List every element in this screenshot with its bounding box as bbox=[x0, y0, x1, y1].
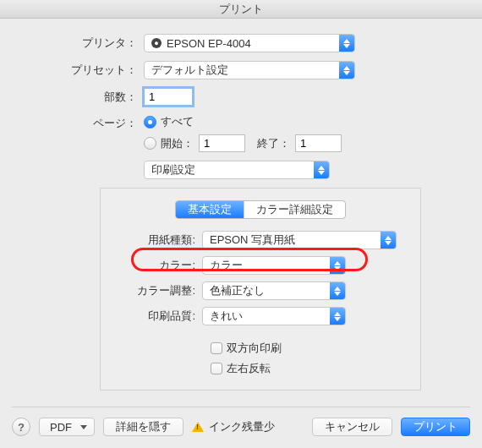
color-adjust-select[interactable]: 色補正なし bbox=[202, 281, 346, 300]
printer-value: EPSON EP-4004 bbox=[167, 37, 251, 50]
print-settings-panel: 基本設定 カラー詳細設定 用紙種類: EPSON 写真用紙 カラー: カラー bbox=[100, 188, 421, 391]
warning-icon bbox=[192, 422, 204, 432]
chevrons-icon bbox=[330, 257, 345, 274]
tab-color-advanced[interactable]: カラー詳細設定 bbox=[244, 201, 345, 218]
svg-marker-5 bbox=[318, 171, 325, 175]
radio-unchecked-icon bbox=[144, 137, 156, 150]
mirror-checkbox[interactable]: 左右反転 bbox=[211, 361, 271, 376]
preset-select[interactable]: デフォルト設定 bbox=[144, 61, 355, 79]
color-adjust-label: カラー調整: bbox=[101, 283, 202, 298]
chevrons-icon bbox=[314, 161, 329, 178]
paper-type-label: 用紙種類: bbox=[101, 232, 202, 248]
help-button[interactable]: ? bbox=[12, 418, 30, 436]
chevrons-icon bbox=[330, 308, 345, 325]
tab-group: 基本設定 カラー詳細設定 bbox=[175, 200, 346, 219]
hide-details-button[interactable]: 詳細を隠す bbox=[103, 418, 183, 436]
checkbox-unchecked-icon bbox=[211, 342, 222, 354]
pages-to-input[interactable] bbox=[295, 134, 342, 152]
preset-label: プリセット： bbox=[17, 63, 144, 78]
pages-from-label: 開始： bbox=[161, 136, 194, 151]
pages-range-radio[interactable]: 開始： bbox=[144, 136, 194, 151]
svg-marker-9 bbox=[334, 266, 341, 270]
pages-from-input[interactable] bbox=[199, 134, 245, 152]
quality-value: きれい bbox=[203, 309, 330, 324]
bidirectional-checkbox[interactable]: 双方向印刷 bbox=[211, 341, 282, 356]
cancel-label: キャンセル bbox=[325, 419, 380, 434]
tab-basic[interactable]: 基本設定 bbox=[176, 201, 244, 218]
pdf-label: PDF bbox=[50, 421, 72, 434]
mirror-label: 左右反転 bbox=[227, 361, 271, 376]
svg-marker-10 bbox=[334, 287, 341, 291]
quality-select[interactable]: きれい bbox=[202, 307, 346, 325]
svg-marker-2 bbox=[343, 66, 350, 70]
chevrons-icon bbox=[330, 282, 345, 299]
svg-marker-1 bbox=[343, 44, 350, 48]
cancel-button[interactable]: キャンセル bbox=[312, 418, 392, 436]
pdf-menu-button[interactable]: PDF bbox=[39, 418, 95, 436]
svg-marker-4 bbox=[318, 166, 325, 170]
window-titlebar: プリント bbox=[0, 0, 482, 19]
paper-type-value: EPSON 写真用紙 bbox=[203, 232, 381, 248]
svg-marker-6 bbox=[385, 236, 392, 240]
printer-label: プリンタ： bbox=[17, 36, 144, 51]
chevrons-icon bbox=[339, 62, 354, 79]
copies-label: 部数： bbox=[17, 90, 144, 105]
chevrons-icon bbox=[381, 232, 396, 249]
svg-marker-7 bbox=[385, 241, 392, 245]
radio-checked-icon bbox=[144, 116, 156, 128]
color-adjust-value: 色補正なし bbox=[203, 283, 330, 298]
checkbox-unchecked-icon bbox=[211, 363, 222, 374]
section-select[interactable]: 印刷設定 bbox=[144, 161, 330, 179]
window-title: プリント bbox=[219, 3, 263, 15]
dialog-body: プリンタ： ● EPSON EP-4004 プリセット： デフォルト設定 部数：… bbox=[0, 19, 482, 391]
pages-all-label: すべて bbox=[161, 114, 194, 129]
paper-type-select[interactable]: EPSON 写真用紙 bbox=[202, 231, 397, 249]
pages-label: ページ： bbox=[17, 114, 144, 131]
hide-details-label: 詳細を隠す bbox=[116, 419, 171, 434]
color-select[interactable]: カラー bbox=[202, 256, 346, 275]
svg-marker-12 bbox=[334, 312, 341, 316]
color-label: カラー: bbox=[101, 258, 202, 273]
chevrons-icon bbox=[339, 35, 354, 52]
copies-input[interactable] bbox=[144, 88, 193, 106]
ink-low-status: インク残量少 bbox=[192, 419, 275, 434]
pages-to-label: 終了： bbox=[257, 136, 290, 151]
ink-low-label: インク残量少 bbox=[209, 419, 275, 434]
svg-marker-11 bbox=[334, 292, 341, 296]
svg-marker-3 bbox=[343, 71, 350, 75]
preset-value: デフォルト設定 bbox=[145, 63, 339, 78]
svg-marker-8 bbox=[334, 261, 341, 265]
pages-all-radio[interactable]: すべて bbox=[144, 114, 342, 129]
section-value: 印刷設定 bbox=[145, 162, 314, 178]
print-button[interactable]: プリント bbox=[401, 418, 470, 436]
svg-marker-0 bbox=[343, 39, 350, 43]
svg-marker-14 bbox=[80, 425, 87, 429]
print-label: プリント bbox=[414, 419, 457, 434]
quality-label: 印刷品質: bbox=[101, 309, 202, 324]
bidirectional-label: 双方向印刷 bbox=[227, 341, 282, 356]
printer-status-icon: ● bbox=[151, 38, 162, 48]
color-value: カラー bbox=[203, 258, 330, 273]
footer: ? PDF 詳細を隠す インク残量少 キャンセル プリント bbox=[0, 407, 482, 448]
svg-marker-13 bbox=[334, 317, 341, 321]
chevron-down-icon bbox=[80, 425, 87, 429]
printer-select[interactable]: ● EPSON EP-4004 bbox=[144, 34, 355, 52]
